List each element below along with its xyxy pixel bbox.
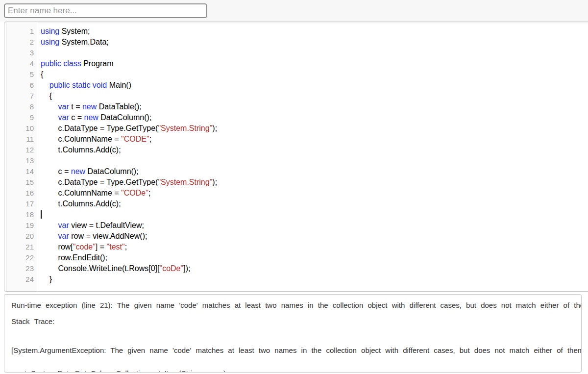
stack-trace: [System.ArgumentException: The given nam… — [11, 331, 581, 373]
code-text: c = new DataColumn(); — [37, 166, 139, 177]
code-line-22[interactable]: 22 row.EndEdit(); — [4, 252, 588, 263]
code-line-5[interactable]: 5{ — [4, 69, 588, 80]
code-editor[interactable]: 1using System;2using System.Data;34publi… — [4, 22, 588, 292]
code-text: row.EndEdit(); — [37, 252, 107, 263]
line-number: 2 — [4, 37, 37, 48]
code-text: public static void Main() — [37, 80, 131, 91]
line-number: 12 — [4, 145, 37, 155]
code-line-23[interactable]: 23 Console.WriteLine(t.Rows[0]["coDe"]); — [4, 263, 588, 274]
code-line-17[interactable]: 17 t.Columns.Add(c); — [4, 199, 588, 209]
code-text: t.Columns.Add(c); — [37, 199, 121, 209]
code-line-7[interactable]: 7 { — [4, 91, 588, 101]
text-cursor — [41, 210, 42, 219]
name-input[interactable] — [4, 3, 207, 18]
line-number: 18 — [4, 209, 37, 220]
code-text: row["code"] = "test"; — [37, 242, 127, 252]
line-number: 9 — [4, 112, 37, 123]
code-line-11[interactable]: 11 c.ColumnName = "CODE"; — [4, 134, 588, 145]
code-text: c.ColumnName = "CODe"; — [37, 188, 150, 199]
code-text: var view = t.DefaultView; — [37, 220, 144, 231]
code-line-1[interactable]: 1using System; — [4, 26, 588, 37]
code-text: { — [37, 91, 52, 101]
runtime-exception-message: Run-time exception (line 21): The given … — [11, 300, 581, 310]
code-line-2[interactable]: 2using System.Data; — [4, 37, 588, 48]
line-number: 8 — [4, 101, 37, 112]
code-line-3[interactable]: 3 — [4, 48, 588, 58]
code-line-24[interactable]: 24 } — [4, 274, 588, 285]
code-text: var row = view.AddNew(); — [37, 231, 147, 242]
code-text — [37, 209, 42, 220]
code-text: c.ColumnName = "CODE"; — [37, 134, 151, 145]
line-number: 17 — [4, 199, 37, 209]
code-line-15[interactable]: 15 c.DataType = Type.GetType("System.Str… — [4, 177, 588, 188]
code-line-16[interactable]: 16 c.ColumnName = "CODe"; — [4, 188, 588, 199]
line-number: 24 — [4, 274, 37, 285]
exception-header: [System.ArgumentException: The given nam… — [11, 347, 581, 354]
line-number: 1 — [4, 26, 37, 37]
code-line-21[interactable]: 21 row["code"] = "test"; — [4, 242, 588, 252]
stack-trace-line: at System.Data.DataColumnCollection.get_… — [11, 370, 581, 373]
code-line-6[interactable]: 6 public static void Main() — [4, 80, 588, 91]
line-number: 20 — [4, 231, 37, 242]
code-line-20[interactable]: 20 var row = view.AddNew(); — [4, 231, 588, 242]
code-text: t.Columns.Add(c); — [37, 145, 121, 155]
line-number: 13 — [4, 155, 37, 166]
line-number: 11 — [4, 134, 37, 145]
code-line-13[interactable]: 13 — [4, 155, 588, 166]
code-line-12[interactable]: 12 t.Columns.Add(c); — [4, 145, 588, 155]
code-line-8[interactable]: 8 var t = new DataTable(); — [4, 101, 588, 112]
stack-trace-label: Stack Trace: — [11, 317, 581, 326]
line-number: 6 — [4, 80, 37, 91]
line-number: 5 — [4, 69, 37, 80]
line-number: 4 — [4, 58, 37, 69]
line-number: 16 — [4, 188, 37, 199]
code-text: var t = new DataTable(); — [37, 101, 142, 112]
output-panel: Run-time exception (line 21): The given … — [4, 294, 582, 373]
code-lines[interactable]: 1using System;2using System.Data;34publi… — [4, 26, 588, 285]
code-line-14[interactable]: 14 c = new DataColumn(); — [4, 166, 588, 177]
toolbar — [0, 0, 588, 22]
code-text — [37, 48, 41, 58]
code-text: { — [37, 69, 43, 80]
line-number: 23 — [4, 263, 37, 274]
code-text: c.DataType = Type.GetType("System.String… — [37, 177, 217, 188]
code-line-4[interactable]: 4public class Program — [4, 58, 588, 69]
line-number: 15 — [4, 177, 37, 188]
line-number: 3 — [4, 48, 37, 58]
code-line-18[interactable]: 18 — [4, 209, 588, 220]
code-text: using System; — [37, 26, 90, 37]
line-number: 22 — [4, 252, 37, 263]
line-number: 14 — [4, 166, 37, 177]
line-number: 7 — [4, 91, 37, 101]
code-text: } — [37, 274, 52, 285]
line-number: 10 — [4, 123, 37, 134]
line-number: 21 — [4, 242, 37, 252]
code-text: c.DataType = Type.GetType("System.String… — [37, 123, 217, 134]
code-text: public class Program — [37, 58, 114, 69]
code-text: Console.WriteLine(t.Rows[0]["coDe"]); — [37, 263, 190, 274]
code-text: using System.Data; — [37, 37, 109, 48]
code-line-10[interactable]: 10 c.DataType = Type.GetType("System.Str… — [4, 123, 588, 134]
code-line-19[interactable]: 19 var view = t.DefaultView; — [4, 220, 588, 231]
code-line-9[interactable]: 9 var c = new DataColumn(); — [4, 112, 588, 123]
line-number: 19 — [4, 220, 37, 231]
code-text — [37, 155, 41, 166]
code-text: var c = new DataColumn(); — [37, 112, 151, 123]
